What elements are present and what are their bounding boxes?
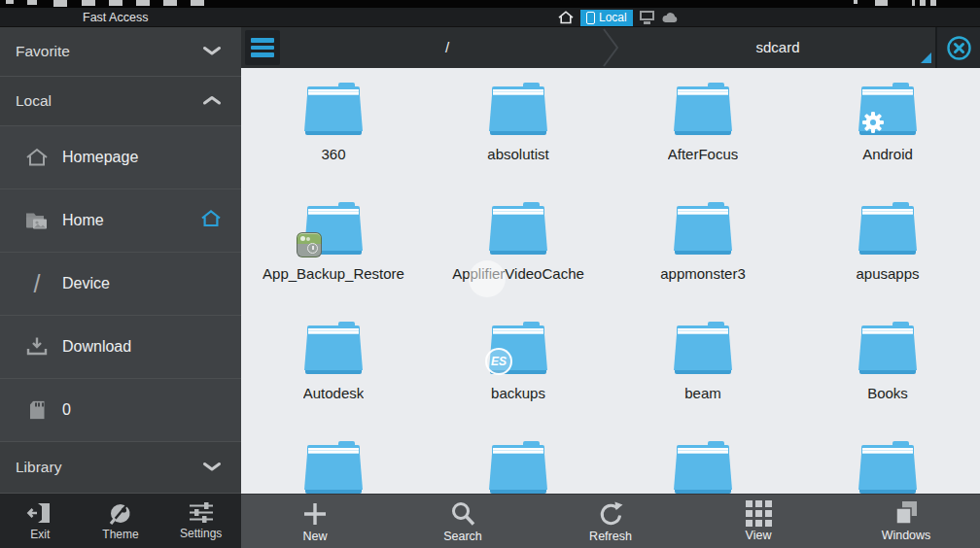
- folder-item-books[interactable]: Books: [795, 307, 980, 427]
- sidebar-section-favorite[interactable]: Favorite: [0, 27, 241, 77]
- folder-icon: [858, 83, 918, 135]
- breadcrumb-separator-icon: [603, 27, 620, 68]
- system-status-bar: [0, 0, 980, 8]
- folder-item-appmonster3[interactable]: appmonster3: [611, 188, 795, 307]
- folder-name: apusapps: [856, 265, 919, 282]
- sidebar-section-library[interactable]: Library: [0, 442, 241, 494]
- sidebar-item-label: 0: [62, 401, 71, 419]
- theme-icon: [108, 501, 133, 525]
- folder-item-backups[interactable]: ES backups: [426, 307, 611, 427]
- gear-badge-icon: [859, 109, 887, 136]
- folder-icon: [488, 441, 548, 494]
- new-label: New: [302, 530, 327, 543]
- theme-label: Theme: [102, 528, 138, 541]
- folder-icon: [303, 441, 364, 494]
- sidebar-item-homepage[interactable]: Homepage: [0, 126, 241, 189]
- sdcard-icon: [23, 401, 51, 420]
- refresh-button[interactable]: Refresh: [537, 495, 684, 548]
- settings-button[interactable]: Settings: [160, 494, 241, 548]
- folder-item-autodesk[interactable]: Autodesk: [241, 307, 426, 427]
- address-bar: / sdcard: [241, 27, 980, 68]
- windows-button[interactable]: Windows: [832, 495, 980, 548]
- cloud-icon[interactable]: [661, 12, 679, 23]
- slash-icon: /: [23, 270, 51, 298]
- sidebar-item-home[interactable]: Home: [0, 189, 241, 253]
- touch-ripple-watermark: [469, 260, 506, 297]
- truncated-status-icon: [82, 0, 95, 6]
- sidebar-item-sdcard-0[interactable]: 0: [0, 379, 241, 442]
- folder-icon: [303, 202, 364, 255]
- folder-name: beam: [684, 385, 721, 401]
- folder-name: Books: [867, 385, 908, 401]
- sidebar-toolbar: Exit Theme Settings: [0, 494, 241, 548]
- view-label: View: [746, 529, 772, 542]
- new-button[interactable]: New: [241, 495, 389, 548]
- hamburger-menu-button[interactable]: [245, 30, 280, 65]
- breadcrumb-root[interactable]: /: [445, 27, 449, 68]
- folder-icon: [673, 322, 733, 374]
- window-tabs: Local: [558, 8, 679, 27]
- settings-label: Settings: [180, 527, 222, 540]
- sidebar-section-local[interactable]: Local: [0, 77, 241, 126]
- window-title: Fast Access: [83, 8, 148, 27]
- folder-name: Autodesk: [303, 385, 365, 401]
- folder-item-apusapps[interactable]: apusapps: [795, 188, 980, 307]
- theme-button[interactable]: Theme: [81, 494, 161, 548]
- section-label: Favorite: [16, 43, 70, 60]
- folder-item-cutoff[interactable]: [611, 427, 795, 494]
- folder-icon: ES: [488, 322, 548, 374]
- folder-item-cutoff[interactable]: [426, 427, 611, 494]
- grid-view-icon: [746, 500, 772, 527]
- sidebar-item-label: Homepage: [62, 149, 138, 166]
- folder-item-app-backup-restore[interactable]: App_Backup_Restore: [241, 188, 426, 307]
- folder-image-icon: [23, 212, 51, 230]
- folder-item-applifiervideocache[interactable]: ApplifierVideoCache: [426, 188, 611, 307]
- plus-icon: [301, 500, 329, 528]
- folder-name: 360: [321, 146, 345, 162]
- folder-grid: 360 absolutist AfterFocus: [241, 68, 980, 494]
- folder-name: backups: [491, 385, 545, 401]
- search-label: Search: [443, 530, 482, 543]
- exit-icon: [26, 501, 53, 525]
- exit-button[interactable]: Exit: [0, 494, 81, 548]
- folder-item-absolutist[interactable]: absolutist: [426, 68, 611, 188]
- folder-item-360[interactable]: 360: [241, 68, 426, 188]
- folder-item-afterfocus[interactable]: AfterFocus: [611, 68, 795, 188]
- view-button[interactable]: View: [684, 495, 832, 548]
- folder-icon: [858, 202, 918, 255]
- close-tab-button[interactable]: [935, 27, 980, 68]
- section-label: Library: [16, 459, 61, 476]
- bottom-toolbar: New Search Refresh View: [241, 494, 980, 548]
- exit-label: Exit: [30, 528, 50, 541]
- remote-pc-icon[interactable]: [640, 11, 654, 24]
- sidebar: Favorite Local Homepage: [0, 27, 241, 494]
- dropdown-corner-icon: [921, 52, 931, 63]
- search-button[interactable]: Search: [389, 495, 537, 548]
- breadcrumb-current[interactable]: sdcard: [755, 27, 799, 68]
- folder-icon: [673, 83, 733, 135]
- folder-icon: [673, 202, 733, 255]
- home-blue-icon[interactable]: [200, 210, 222, 232]
- hamburger-icon: [251, 38, 274, 43]
- truncated-status-icon: [875, 0, 888, 6]
- truncated-status-icon: [136, 0, 150, 6]
- folder-item-cutoff[interactable]: [241, 427, 426, 494]
- home-icon[interactable]: [558, 11, 574, 24]
- windows-label: Windows: [882, 529, 931, 542]
- app-badge-icon: [297, 232, 322, 257]
- tab-local-label: Local: [599, 11, 627, 24]
- truncated-status-icon: [854, 0, 858, 4]
- tab-local[interactable]: Local: [580, 10, 633, 26]
- folder-item-beam[interactable]: beam: [611, 307, 795, 427]
- folder-icon: [858, 322, 918, 374]
- truncated-status-icon: [163, 0, 177, 6]
- folder-item-android[interactable]: Android: [795, 68, 980, 188]
- refresh-label: Refresh: [589, 530, 632, 543]
- truncated-status-icon: [191, 0, 204, 6]
- sidebar-item-device[interactable]: / Device: [0, 253, 241, 316]
- window-title-bar: Fast Access Local: [0, 8, 980, 27]
- truncated-status-icon: [53, 0, 67, 7]
- folder-item-cutoff[interactable]: [795, 427, 980, 494]
- home-outline-icon: [23, 148, 51, 167]
- sidebar-item-download[interactable]: Download: [0, 316, 241, 379]
